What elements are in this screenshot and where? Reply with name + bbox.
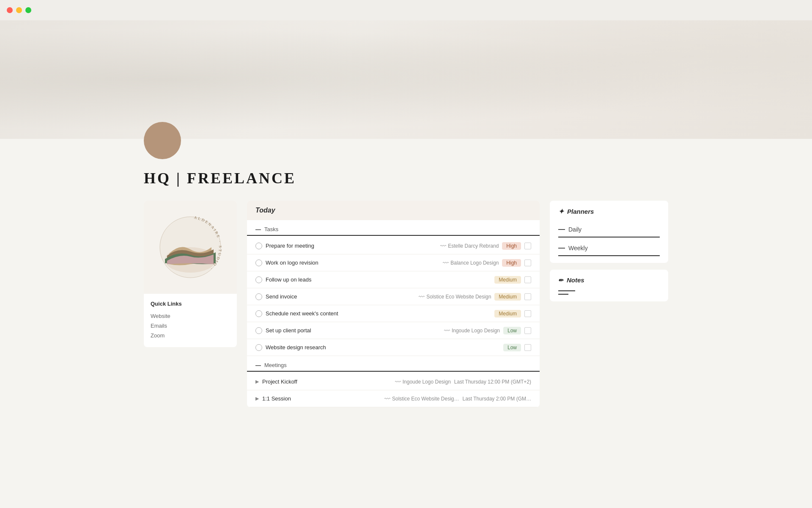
wave-icon: 〰 <box>384 395 390 402</box>
priority-badge-6: Low <box>503 344 521 351</box>
sidebar: ALDENAIRE · STUDIO · Quick Links Website… <box>144 201 237 347</box>
wave-icon: 〰 <box>444 327 450 334</box>
priority-badge-5: Low <box>503 327 521 334</box>
priority-badge-1: High <box>502 259 521 267</box>
wave-icon: 〰 <box>419 293 425 300</box>
tasks-label: Tasks <box>264 226 278 232</box>
meeting-row[interactable]: ▶ 1:1 Session 〰 Solstice Eco Website Des… <box>247 390 540 407</box>
meeting-name-0: Project Kickoff <box>262 378 392 385</box>
main-layout: ALDENAIRE · STUDIO · Quick Links Website… <box>144 201 668 407</box>
meetings-dash: — <box>255 362 261 368</box>
task-checkbox-2[interactable] <box>524 276 531 283</box>
task-name-0: Prepare for meeting <box>266 243 437 249</box>
planner-weekly[interactable]: — Weekly <box>558 241 660 256</box>
wave-icon: 〰 <box>443 260 449 266</box>
notes-card: ✏ Notes <box>550 270 668 301</box>
priority-badge-2: Medium <box>494 276 521 284</box>
meeting-time-1: Last Thursday 2:00 PM (GM… <box>462 396 531 402</box>
task-radio-0[interactable] <box>255 243 262 249</box>
quick-link-zoom[interactable]: Zoom <box>151 331 230 340</box>
notes-line-2 <box>558 294 568 295</box>
task-checkbox-3[interactable] <box>524 293 531 300</box>
planners-card: ✦ Planners — Daily — Weekly <box>550 201 668 263</box>
hero-banner <box>0 20 812 139</box>
task-radio-1[interactable] <box>255 260 262 266</box>
task-project-3: 〰 Solstice Eco Website Design <box>419 293 491 300</box>
meeting-project-1: 〰 Solstice Eco Website Desig… <box>384 395 459 402</box>
meeting-time-0: Last Thursday 12:00 PM (GMT+2) <box>454 379 531 385</box>
task-radio-5[interactable] <box>255 327 262 334</box>
today-header: Today <box>247 201 540 220</box>
task-checkbox-5[interactable] <box>524 327 531 334</box>
chevron-right-icon[interactable]: ▶ <box>255 379 259 384</box>
task-row[interactable]: Schedule next week's content Medium <box>247 305 540 322</box>
task-row[interactable]: Send invoice 〰 Solstice Eco Website Desi… <box>247 288 540 305</box>
task-checkbox-0[interactable] <box>524 243 531 249</box>
priority-badge-0: High <box>502 242 521 250</box>
task-name-4: Schedule next week's content <box>266 310 488 317</box>
priority-badge-3: Medium <box>494 293 521 301</box>
page-title: HQ | FREELANCE <box>144 169 668 187</box>
planner-daily-label: Daily <box>568 226 582 233</box>
task-project-0: 〰 Estelle Darcy Rebrand <box>440 243 499 249</box>
meetings-section-header: — Meetings <box>247 356 540 372</box>
quick-links-title: Quick Links <box>151 301 230 307</box>
task-project-5: 〰 Ingoude Logo Design <box>444 327 500 334</box>
meeting-project-0: 〰 Ingoude Logo Design <box>395 378 451 385</box>
task-row[interactable]: Set up client portal 〰 Ingoude Logo Desi… <box>247 322 540 339</box>
avatar <box>144 122 181 159</box>
task-radio-6[interactable] <box>255 344 262 351</box>
avatar-wrap <box>144 122 668 159</box>
task-name-3: Send invoice <box>266 293 415 300</box>
planner-dash: — <box>558 226 565 233</box>
notes-line-1 <box>558 290 575 291</box>
task-checkbox-4[interactable] <box>524 310 531 317</box>
task-project-1: 〰 Balance Logo Design <box>443 260 499 266</box>
task-name-5: Set up client portal <box>266 327 441 334</box>
quick-link-website[interactable]: Website <box>151 311 230 321</box>
titlebar <box>0 0 812 20</box>
pencil-icon: ✏ <box>558 277 563 284</box>
meeting-name-1: 1:1 Session <box>262 395 381 402</box>
sidebar-logo: ALDENAIRE · STUDIO · <box>144 201 237 294</box>
minimize-button[interactable] <box>16 7 22 13</box>
task-radio-4[interactable] <box>255 310 262 317</box>
sparkle-icon: ✦ <box>558 207 564 215</box>
planner-dash: — <box>558 244 565 252</box>
task-row[interactable]: Website design research Low <box>247 339 540 356</box>
task-radio-2[interactable] <box>255 276 262 283</box>
meeting-row[interactable]: ▶ Project Kickoff 〰 Ingoude Logo Design … <box>247 373 540 390</box>
planner-weekly-label: Weekly <box>568 245 588 251</box>
wave-icon: 〰 <box>395 378 401 385</box>
meetings-label: Meetings <box>264 362 287 368</box>
wave-icon: 〰 <box>440 243 446 249</box>
task-name-2: Follow up on leads <box>266 276 488 283</box>
planner-daily[interactable]: — Daily <box>558 222 660 237</box>
today-panel: Today — Tasks Prepare for meeting 〰 Este… <box>247 201 540 407</box>
task-checkbox-1[interactable] <box>524 260 531 266</box>
tasks-section-header: — Tasks <box>247 220 540 236</box>
maximize-button[interactable] <box>25 7 31 13</box>
close-button[interactable] <box>7 7 13 13</box>
notes-title: ✏ Notes <box>558 276 660 284</box>
planners-title: ✦ Planners <box>558 207 660 215</box>
task-row[interactable]: Prepare for meeting 〰 Estelle Darcy Rebr… <box>247 237 540 254</box>
tasks-dash: — <box>255 226 261 232</box>
chevron-right-icon[interactable]: ▶ <box>255 396 259 401</box>
task-row[interactable]: Follow up on leads Medium <box>247 271 540 288</box>
right-sidebar: ✦ Planners — Daily — Weekly ✏ Notes <box>550 201 668 301</box>
task-row[interactable]: Work on logo revision 〰 Balance Logo Des… <box>247 254 540 271</box>
logo-svg: ALDENAIRE · STUDIO · <box>156 213 224 281</box>
quick-link-emails[interactable]: Emails <box>151 321 230 331</box>
task-name-6: Website design research <box>266 344 497 351</box>
page-content: HQ | FREELANCE ALDENAIRE · STUDIO · <box>110 122 702 407</box>
quick-links-section: Quick Links Website Emails Zoom <box>144 294 237 347</box>
priority-badge-4: Medium <box>494 310 521 318</box>
task-radio-3[interactable] <box>255 293 262 300</box>
task-name-1: Work on logo revision <box>266 260 439 266</box>
task-checkbox-6[interactable] <box>524 344 531 351</box>
